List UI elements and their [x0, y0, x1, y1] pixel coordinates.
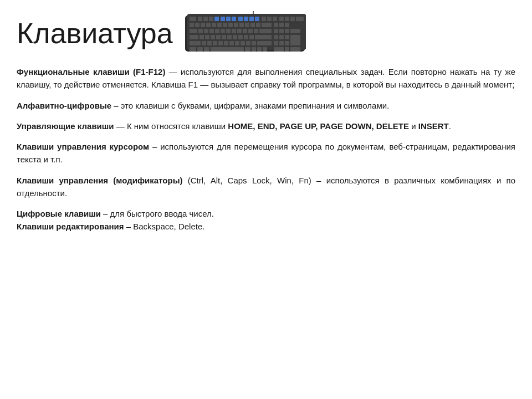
paragraph-control: Управляющие клавиши — К ним относятся кл… [17, 120, 515, 132]
svg-rect-78 [257, 47, 262, 52]
text-modifiers-bold: Клавиши управления (модификаторы) [17, 176, 182, 185]
svg-rect-21 [190, 23, 194, 27]
svg-rect-76 [245, 47, 250, 52]
svg-rect-61 [202, 41, 206, 45]
svg-rect-19 [290, 17, 295, 21]
svg-rect-5 [209, 17, 213, 21]
keyboard-image [184, 11, 306, 55]
text-alphanumeric-bold: Алфавитно-цифровые [17, 101, 111, 110]
svg-rect-42 [232, 29, 236, 33]
svg-rect-86 [290, 29, 300, 33]
svg-rect-33 [256, 23, 260, 27]
svg-rect-81 [279, 23, 284, 27]
svg-rect-41 [226, 29, 231, 33]
svg-rect-68 [241, 41, 245, 45]
svg-rect-7 [221, 17, 225, 21]
svg-rect-15 [267, 17, 272, 21]
svg-rect-90 [274, 41, 278, 45]
svg-rect-3 [198, 17, 202, 21]
svg-rect-34 [262, 23, 272, 27]
svg-rect-54 [227, 35, 232, 39]
svg-rect-20 [296, 17, 304, 21]
svg-rect-30 [239, 23, 244, 27]
svg-rect-92 [285, 41, 289, 45]
text-insert: INSERT [418, 121, 449, 131]
paragraph-numeric: Цифровые клавиши – для быстрого ввода чи… [17, 207, 515, 233]
page-title: Клавиатура [17, 17, 173, 50]
svg-rect-83 [274, 29, 278, 33]
svg-rect-27 [223, 23, 227, 27]
svg-rect-39 [215, 29, 219, 33]
svg-rect-16 [273, 17, 277, 21]
svg-rect-74 [204, 47, 209, 52]
paragraph-modifiers: Клавиши управления (модификаторы) (Ctrl,… [17, 174, 515, 200]
svg-rect-26 [217, 23, 222, 27]
svg-rect-82 [285, 23, 289, 27]
svg-rect-12 [249, 17, 254, 21]
svg-rect-13 [255, 17, 259, 21]
svg-rect-91 [279, 41, 284, 45]
svg-rect-50 [205, 35, 209, 39]
svg-rect-28 [228, 23, 233, 27]
svg-rect-60 [190, 41, 201, 45]
svg-rect-53 [222, 35, 226, 39]
svg-rect-14 [262, 17, 266, 21]
svg-rect-56 [238, 35, 243, 39]
svg-rect-36 [198, 29, 203, 33]
svg-rect-67 [235, 41, 239, 45]
svg-rect-96 [290, 47, 300, 52]
svg-rect-49 [200, 35, 204, 39]
svg-rect-63 [213, 41, 217, 45]
svg-rect-95 [285, 47, 289, 52]
svg-rect-32 [250, 23, 255, 27]
svg-rect-6 [214, 17, 219, 21]
page-header: Клавиатура [17, 11, 515, 55]
svg-rect-17 [279, 17, 284, 21]
text-functional-bold: Функциональные клавиши (F1-F12) [17, 67, 165, 76]
svg-rect-23 [201, 23, 205, 27]
text-home-end: HOME, END, PAGE UP, PAGE DOWN, DELETE [228, 121, 409, 131]
svg-rect-44 [243, 29, 247, 33]
text-numeric-bold: Цифровые клавиши [17, 209, 101, 218]
svg-rect-43 [237, 29, 242, 33]
main-content: Функциональные клавиши (F1-F12) — исполь… [17, 65, 515, 233]
svg-rect-25 [212, 23, 216, 27]
svg-rect-35 [190, 29, 197, 33]
svg-rect-2 [190, 17, 196, 21]
text-cursor-bold: Клавиши управления курсором [17, 142, 149, 151]
svg-rect-8 [226, 17, 231, 21]
svg-rect-38 [209, 29, 214, 33]
page: Клавиатура [0, 0, 532, 399]
svg-rect-29 [234, 23, 238, 27]
svg-rect-89 [285, 35, 289, 39]
svg-rect-55 [233, 35, 237, 39]
svg-rect-46 [254, 29, 258, 33]
svg-rect-9 [232, 17, 236, 21]
svg-rect-45 [248, 29, 253, 33]
svg-rect-80 [274, 23, 278, 27]
svg-rect-88 [279, 35, 284, 39]
svg-rect-24 [206, 23, 211, 27]
svg-rect-73 [197, 47, 203, 52]
svg-rect-18 [285, 17, 289, 21]
svg-rect-11 [244, 17, 248, 21]
svg-rect-64 [218, 41, 223, 45]
svg-rect-58 [249, 35, 254, 39]
paragraph-cursor: Клавиши управления курсором – используют… [17, 140, 515, 166]
text-control-bold: Управляющие клавиши [17, 121, 114, 131]
svg-rect-37 [204, 29, 208, 33]
svg-rect-10 [238, 17, 243, 21]
svg-rect-84 [279, 29, 284, 33]
svg-rect-94 [274, 47, 284, 52]
svg-rect-72 [190, 47, 196, 52]
svg-rect-66 [229, 41, 234, 45]
svg-rect-57 [244, 35, 248, 39]
svg-rect-79 [263, 47, 267, 52]
svg-rect-69 [246, 41, 250, 45]
svg-rect-87 [274, 35, 278, 39]
svg-rect-51 [211, 35, 215, 39]
svg-rect-65 [224, 41, 228, 45]
svg-rect-4 [203, 17, 208, 21]
svg-rect-75 [211, 47, 244, 52]
text-editing-bold: Клавиши редактирования [17, 222, 124, 231]
